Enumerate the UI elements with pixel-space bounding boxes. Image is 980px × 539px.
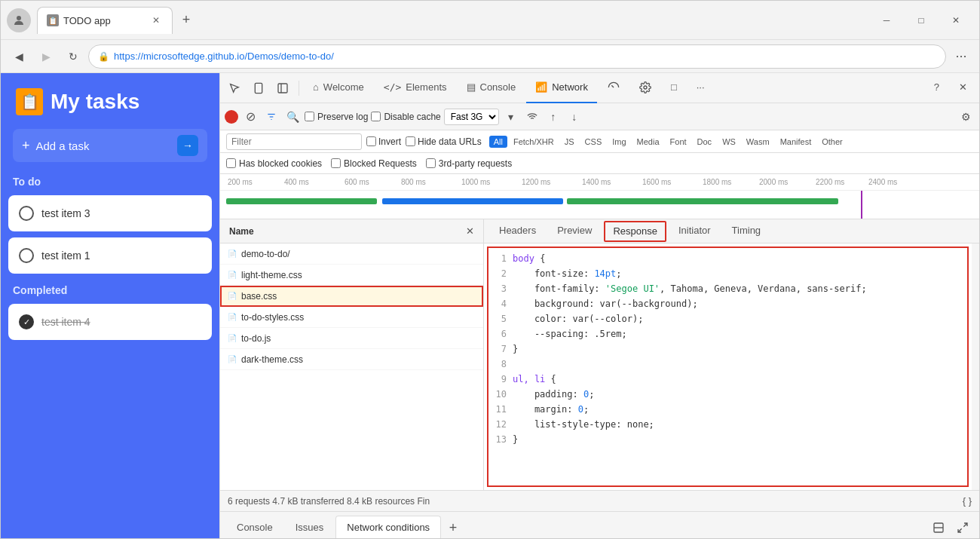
filter-type-fetch-xhr[interactable]: Fetch/XHR — [509, 136, 559, 148]
user-avatar[interactable] — [7, 8, 31, 32]
upload-icon[interactable]: ↑ — [544, 108, 562, 126]
preserve-log-checkbox[interactable]: Preserve log — [305, 112, 368, 122]
tick-200: 200 ms — [228, 178, 253, 186]
device-emulation-button[interactable] — [247, 77, 270, 100]
timeline[interactable]: 200 ms 400 ms 600 ms 800 ms 1000 ms 1200… — [220, 174, 979, 219]
tab-elements[interactable]: </> Elements — [375, 73, 456, 103]
new-tab-button[interactable]: + — [176, 10, 197, 31]
bottom-tab-console[interactable]: Console — [226, 516, 283, 538]
browser-more-button[interactable]: ··· — [949, 44, 973, 69]
file-row-selected[interactable]: 📄 base.css — [220, 286, 483, 307]
close-devtools-button[interactable]: ✕ — [950, 73, 976, 103]
minimize-button[interactable]: ─ — [869, 8, 904, 32]
response-tabs: Headers Preview Response Initiator Timin — [484, 219, 979, 243]
todo-icon: 📋 — [16, 88, 43, 115]
split-view-button[interactable] — [928, 517, 949, 538]
has-blocked-cookies-input[interactable] — [226, 158, 236, 168]
file-row[interactable]: 📄 dark-theme.css — [220, 349, 483, 370]
has-blocked-cookies-checkbox[interactable]: Has blocked cookies — [226, 158, 322, 169]
bottom-tab-console-label: Console — [237, 522, 273, 533]
tab-dock-toggle[interactable]: □ — [662, 73, 686, 103]
search-button[interactable]: 🔍 — [283, 108, 302, 126]
task-item[interactable]: test item 1 — [8, 237, 212, 274]
task-item[interactable]: test item 3 — [8, 195, 212, 231]
tab-close-button[interactable]: ✕ — [149, 14, 163, 27]
hide-data-urls-input[interactable] — [406, 136, 415, 146]
code-line: 2 font-size: 14pt; — [488, 266, 967, 281]
filter-type-doc[interactable]: Doc — [693, 136, 717, 148]
filter-type-all[interactable]: All — [489, 136, 507, 148]
active-tab[interactable]: 📋 TODO app ✕ — [37, 7, 173, 34]
refresh-button[interactable]: ↻ — [61, 44, 85, 69]
record-button[interactable] — [225, 110, 238, 124]
tab-response[interactable]: Response — [604, 221, 666, 242]
tab-headers[interactable]: Headers — [490, 219, 545, 243]
add-bottom-tab-button[interactable]: + — [443, 517, 464, 538]
network-settings-button[interactable]: ⚙ — [957, 108, 975, 126]
file-name: to-do-styles.css — [241, 312, 304, 323]
invert-checkbox[interactable]: Invert — [366, 136, 401, 147]
task-checkbox[interactable] — [19, 248, 34, 263]
filter-type-img[interactable]: Img — [608, 136, 630, 148]
bottom-tab-issues[interactable]: Issues — [285, 516, 335, 538]
maximize-button[interactable]: □ — [904, 8, 939, 32]
tab-initiator[interactable]: Initiator — [669, 219, 720, 243]
clear-button[interactable]: ⊘ — [241, 108, 259, 126]
tab-performance-insights[interactable] — [599, 73, 629, 103]
inspect-element-button[interactable] — [223, 77, 246, 100]
address-bar[interactable]: 🔒 https://microsoftedge.github.io/Demos/… — [88, 44, 946, 69]
invert-input[interactable] — [366, 136, 376, 146]
preserve-log-input[interactable] — [305, 112, 314, 121]
add-task-bar[interactable]: + Add a task → — [13, 129, 207, 162]
hide-data-urls-checkbox[interactable]: Hide data URLs — [406, 136, 482, 147]
filter-type-css[interactable]: CSS — [580, 136, 607, 148]
code-area: 1 body { 2 font-size: 14pt; 3 font-famil… — [484, 243, 979, 490]
wifi-throttle-icon[interactable] — [523, 108, 541, 126]
completed-task-checkbox[interactable]: ✓ — [19, 314, 34, 329]
filter-type-ws[interactable]: WS — [718, 136, 740, 148]
filter-toggle-button[interactable] — [262, 108, 280, 126]
undock-button[interactable] — [952, 517, 973, 538]
tab-console[interactable]: ▤ Console — [458, 73, 525, 103]
bottom-tab-network-conditions[interactable]: Network conditions — [335, 516, 441, 538]
file-row[interactable]: 📄 to-do-styles.css — [220, 307, 483, 328]
forward-button[interactable]: ▶ — [34, 44, 58, 69]
filter-type-media[interactable]: Media — [632, 136, 664, 148]
tab-settings[interactable] — [630, 73, 660, 103]
throttle-dropdown-icon[interactable]: ▾ — [502, 108, 520, 126]
back-button[interactable]: ◀ — [7, 44, 31, 69]
sidebar-toggle-button[interactable] — [271, 77, 294, 100]
blocked-requests-input[interactable] — [331, 158, 341, 168]
scrollbar[interactable] — [972, 243, 979, 490]
task-checkbox[interactable] — [19, 206, 34, 221]
tab-more[interactable]: ··· — [688, 73, 714, 103]
filter-type-font[interactable]: Font — [666, 136, 691, 148]
blocked-requests-checkbox[interactable]: Blocked Requests — [331, 158, 417, 169]
help-button[interactable]: ? — [925, 73, 948, 103]
third-party-input[interactable] — [426, 158, 436, 168]
tab-preview[interactable]: Preview — [548, 219, 601, 243]
line-number: 2 — [488, 268, 513, 279]
close-button[interactable]: ✕ — [939, 8, 973, 32]
filter-type-wasm[interactable]: Wasm — [742, 136, 774, 148]
filter-type-other[interactable]: Other — [817, 136, 847, 148]
line-content: list-style-type: none; — [513, 419, 654, 430]
todo-header: 📋 My tasks — [1, 73, 219, 123]
filter-input[interactable] — [226, 133, 362, 150]
tab-timing[interactable]: Timing — [723, 219, 770, 243]
file-row[interactable]: 📄 light-theme.css — [220, 265, 483, 286]
status-actions: { } — [963, 495, 972, 507]
close-panel-button[interactable]: ✕ — [462, 224, 477, 239]
completed-task-item[interactable]: ✓ test item 4 — [8, 304, 212, 340]
tab-welcome[interactable]: ⌂ Welcome — [304, 73, 373, 103]
file-row[interactable]: 📄 demo-to-do/ — [220, 243, 483, 265]
download-icon[interactable]: ↓ — [565, 108, 583, 126]
disable-cache-input[interactable] — [371, 112, 381, 121]
filter-type-manifest[interactable]: Manifest — [776, 136, 816, 148]
disable-cache-checkbox[interactable]: Disable cache — [371, 112, 440, 122]
throttle-select[interactable]: Fast 3G — [444, 109, 499, 125]
filter-type-js[interactable]: JS — [560, 136, 579, 148]
file-row[interactable]: 📄 to-do.js — [220, 328, 483, 349]
third-party-checkbox[interactable]: 3rd-party requests — [426, 158, 512, 169]
tab-network[interactable]: 📶 Network — [526, 73, 597, 103]
